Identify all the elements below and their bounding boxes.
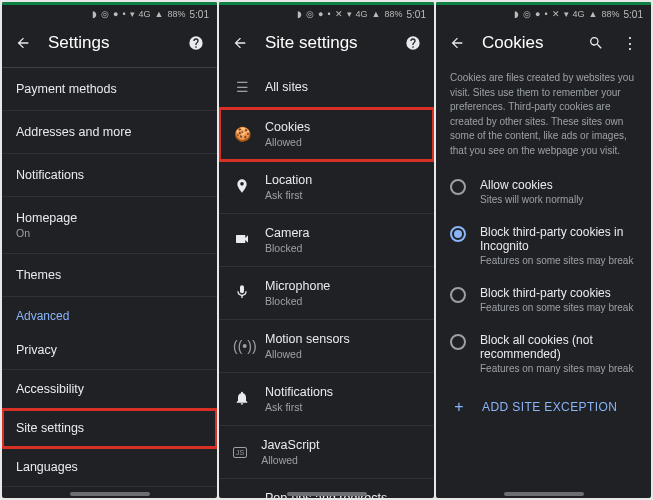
timer-icon: ◎ [101, 9, 109, 19]
app-bar: Cookies ⋮ [436, 23, 651, 67]
row-site-settings[interactable]: Site settings [2, 409, 217, 448]
label: Payment methods [16, 82, 203, 96]
row-camera[interactable]: Camera Blocked [219, 214, 434, 267]
page-title: Settings [48, 33, 171, 53]
label: Privacy [16, 343, 203, 357]
sub: Ask first [265, 401, 420, 413]
plus-icon: + [450, 398, 468, 416]
chat-icon: ● [318, 9, 323, 19]
clock: 5:01 [190, 9, 209, 20]
dots-icon: • [327, 9, 330, 19]
label: JavaScript [261, 438, 420, 452]
label: Notifications [265, 385, 420, 399]
dots-icon: • [544, 9, 547, 19]
option-block-3p[interactable]: Block third-party cookies Features on so… [436, 276, 651, 323]
radio-icon [450, 226, 466, 242]
signal-icon: ▲ [155, 9, 164, 19]
chat-icon: ● [113, 9, 118, 19]
battery-label: 88% [602, 9, 620, 19]
battery-label: 88% [385, 9, 403, 19]
list-icon: ☰ [233, 79, 251, 95]
radio-icon [450, 287, 466, 303]
app-bar: Site settings [219, 23, 434, 67]
moon-icon: ◗ [514, 9, 519, 19]
radio-icon [450, 179, 466, 195]
option-block-3p-incognito[interactable]: Block third-party cookies in Incognito F… [436, 215, 651, 276]
search-icon[interactable] [587, 34, 605, 52]
row-homepage[interactable]: Homepage On [2, 197, 217, 254]
back-icon[interactable] [231, 34, 249, 52]
row-privacy[interactable]: Privacy [2, 331, 217, 370]
row-javascript[interactable]: JS JavaScript Allowed [219, 426, 434, 479]
row-addresses[interactable]: Addresses and more [2, 111, 217, 154]
label: Languages [16, 460, 203, 474]
bell-icon [233, 390, 251, 409]
add-site-exception[interactable]: + ADD SITE EXCEPTION [436, 384, 651, 430]
description: Cookies are files created by websites yo… [436, 67, 651, 168]
row-payment-methods[interactable]: Payment methods [2, 68, 217, 111]
clock: 5:01 [624, 9, 643, 20]
nav-bar[interactable] [504, 492, 584, 496]
label: Microphone [265, 279, 420, 293]
mic-icon [233, 284, 251, 303]
label: Themes [16, 268, 203, 282]
advanced-section: Advanced [2, 297, 217, 331]
status-bar: ◗ ◎ ● • ✕ ▾ 4G ▲ 88% 5:01 [219, 5, 434, 23]
mute-icon: ✕ [552, 9, 560, 19]
option-allow-cookies[interactable]: Allow cookies Sites will work normally [436, 168, 651, 215]
dots-icon: • [122, 9, 125, 19]
row-location[interactable]: Location Ask first [219, 161, 434, 214]
label: Notifications [16, 168, 203, 182]
option-block-all[interactable]: Block all cookies (not recommended) Feat… [436, 323, 651, 384]
battery-label: 88% [168, 9, 186, 19]
popup-icon [233, 496, 251, 499]
row-notifications[interactable]: Notifications [2, 154, 217, 197]
row-languages[interactable]: Languages [2, 448, 217, 487]
wifi-icon: ▾ [130, 9, 135, 19]
sub: Blocked [265, 295, 420, 307]
sub: Allowed [265, 348, 420, 360]
clock: 5:01 [407, 9, 426, 20]
wifi-icon: ▾ [564, 9, 569, 19]
label: Addresses and more [16, 125, 203, 139]
moon-icon: ◗ [297, 9, 302, 19]
help-icon[interactable] [404, 34, 422, 52]
row-motion[interactable]: ((•)) Motion sensors Allowed [219, 320, 434, 373]
row-cookies[interactable]: 🍪 Cookies Allowed [219, 108, 434, 161]
row-microphone[interactable]: Microphone Blocked [219, 267, 434, 320]
help-icon[interactable] [187, 34, 205, 52]
label: Block third-party cookies in Incognito [480, 225, 637, 253]
signal-icon: ▲ [372, 9, 381, 19]
radio-icon [450, 334, 466, 350]
label: Allow cookies [480, 178, 583, 192]
sub: On [16, 227, 203, 239]
signal-icon: ▲ [589, 9, 598, 19]
label: Motion sensors [265, 332, 420, 346]
add-label: ADD SITE EXCEPTION [482, 400, 617, 414]
site-settings-screen: ◗ ◎ ● • ✕ ▾ 4G ▲ 88% 5:01 Site settings … [219, 2, 434, 498]
row-all-sites[interactable]: ☰ All sites [219, 67, 434, 108]
signal-label: 4G [356, 9, 368, 19]
settings-screen: ◗ ◎ ● • ▾ 4G ▲ 88% 5:01 Settings Payment… [2, 2, 217, 498]
row-site-notifications[interactable]: Notifications Ask first [219, 373, 434, 426]
label: Homepage [16, 211, 203, 225]
app-bar: Settings [2, 23, 217, 67]
back-icon[interactable] [448, 34, 466, 52]
menu-icon[interactable]: ⋮ [621, 34, 639, 52]
page-title: Cookies [482, 33, 571, 53]
motion-icon: ((•)) [233, 338, 251, 354]
sub: Allowed [261, 454, 420, 466]
status-bar: ◗ ◎ ● • ✕ ▾ 4G ▲ 88% 5:01 [436, 5, 651, 23]
back-icon[interactable] [14, 34, 32, 52]
label: Block all cookies (not recommended) [480, 333, 637, 361]
label: Cookies [265, 120, 420, 134]
row-themes[interactable]: Themes [2, 254, 217, 297]
status-bar: ◗ ◎ ● • ▾ 4G ▲ 88% 5:01 [2, 5, 217, 23]
label: Location [265, 173, 420, 187]
mute-icon: ✕ [335, 9, 343, 19]
label: Site settings [16, 421, 203, 435]
nav-bar[interactable] [70, 492, 150, 496]
row-accessibility[interactable]: Accessibility [2, 370, 217, 409]
nav-bar[interactable] [287, 492, 367, 496]
sub: Ask first [265, 189, 420, 201]
